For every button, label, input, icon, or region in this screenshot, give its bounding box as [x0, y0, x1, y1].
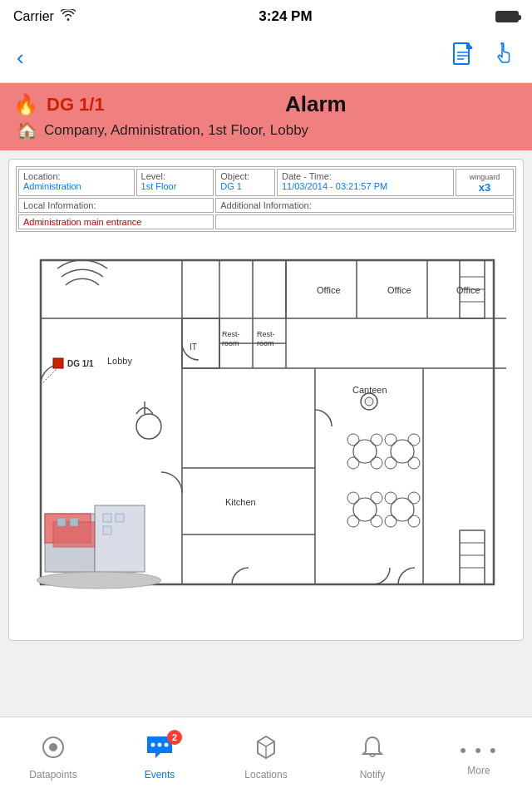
svg-rect-37	[57, 518, 66, 526]
svg-point-64	[365, 397, 373, 406]
battery-icon	[495, 11, 519, 22]
events-badge: 2	[167, 730, 182, 745]
events-label: Events	[145, 769, 175, 781]
kitchen-label: Kitchen	[225, 497, 256, 507]
svg-point-68	[49, 743, 57, 751]
tab-notify[interactable]: Notify	[319, 717, 426, 798]
svg-point-69	[151, 743, 155, 747]
building-icon: 🏠	[17, 121, 37, 140]
floorplan-container: Location: Administration Level: 1st Floo…	[8, 159, 524, 641]
location-value: Administration	[23, 181, 130, 191]
svg-point-42	[37, 572, 161, 589]
object-value: DG 1	[220, 181, 270, 191]
svg-text:room: room	[222, 339, 239, 347]
tab-datapoints[interactable]: Datapoints	[0, 717, 106, 798]
level-value: 1st Floor	[141, 181, 209, 191]
local-info-label: Local Information:	[23, 200, 96, 210]
status-bar: Carrier 3:24 PM	[0, 0, 532, 33]
nav-bar: ‹	[0, 33, 532, 83]
tab-more[interactable]: • • • More	[426, 717, 532, 798]
datapoints-label: Datapoints	[29, 769, 76, 781]
hand-pointer-icon[interactable]	[494, 42, 515, 73]
alarm-header: 🔥 DG 1/1 Alarm 🏠 Company, Administration…	[0, 83, 532, 150]
canteen-label: Canteen	[352, 385, 387, 395]
wifi-icon	[61, 9, 76, 24]
restroom-label-1: Rest-	[222, 330, 240, 338]
info-table: Location: Administration Level: 1st Floo…	[16, 166, 516, 232]
alarm-point-label: DG 1/1	[67, 359, 94, 368]
events-icon: 2	[145, 735, 174, 766]
additional-info-label: Additional Information:	[220, 200, 311, 210]
alarm-title-row: 🔥 DG 1/1 Alarm	[13, 91, 519, 117]
more-label: More	[467, 765, 490, 776]
notify-icon	[360, 735, 385, 766]
svg-text:room: room	[257, 339, 274, 347]
svg-rect-41	[103, 526, 111, 534]
notify-label: Notify	[360, 769, 386, 781]
svg-point-70	[158, 743, 162, 747]
winguard-logo: winguard x3	[461, 171, 509, 194]
datetime-value: 11/03/2014 - 03:21:57 PM	[282, 181, 449, 191]
svg-point-71	[165, 743, 169, 747]
alarm-point-marker	[53, 358, 63, 368]
locations-label: Locations	[244, 769, 287, 781]
alarm-location-row: 🏠 Company, Administration, 1st Floor, Lo…	[13, 121, 519, 140]
local-info-value: Administration main entrance	[23, 217, 141, 227]
building-illustration	[37, 505, 161, 589]
restroom-label-2: Rest-	[257, 330, 275, 338]
status-carrier: Carrier	[13, 9, 76, 24]
floorplan-svg: Office Office Office IT Rest- room Rest-…	[16, 235, 516, 618]
office-label-1: Office	[317, 285, 341, 295]
datetime-label: Date - Time:	[282, 171, 449, 181]
back-button[interactable]: ‹	[17, 45, 24, 71]
nav-actions	[452, 42, 515, 73]
office-label-3: Office	[456, 285, 480, 295]
it-label: IT	[190, 342, 197, 352]
object-label: Object:	[220, 171, 270, 181]
tab-bar: Datapoints 2 Events Locations	[0, 717, 532, 798]
document-icon[interactable]	[452, 42, 474, 73]
level-label: Level:	[141, 171, 209, 181]
status-battery	[495, 11, 519, 22]
fire-icon: 🔥	[13, 93, 38, 116]
office-label-2: Office	[387, 285, 411, 295]
alarm-location-text: Company, Administration, 1st Floor, Lobb…	[44, 122, 308, 139]
alarm-id: DG 1/1	[47, 94, 105, 116]
locations-icon	[254, 735, 278, 766]
floor-plan: Office Office Office IT Rest- room Rest-…	[16, 235, 506, 613]
svg-rect-40	[116, 514, 124, 522]
svg-rect-38	[70, 518, 78, 526]
more-icon: • • •	[460, 740, 497, 761]
status-time: 3:24 PM	[259, 8, 312, 25]
datapoints-icon	[41, 735, 66, 766]
lobby-label: Lobby	[107, 356, 132, 366]
alarm-title: Alarm	[113, 91, 519, 117]
location-label: Location:	[23, 171, 130, 181]
tab-events[interactable]: 2 Events	[106, 717, 213, 798]
svg-rect-39	[103, 514, 111, 522]
tab-locations[interactable]: Locations	[213, 717, 319, 798]
